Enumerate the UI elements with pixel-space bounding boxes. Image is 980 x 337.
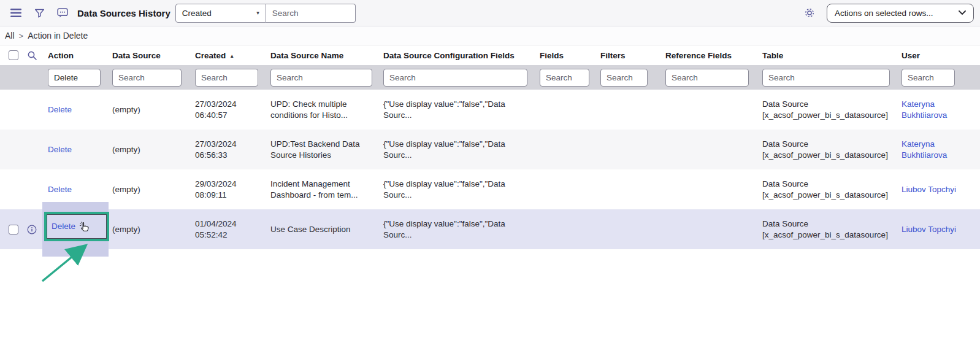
column-header-created[interactable]: Created▲ [195, 51, 270, 60]
action-cell: Delete [48, 130, 112, 169]
table-row: Delete(empty)27/03/2024 06:40:57UPD: Che… [0, 90, 980, 130]
name-cell: Incident Management Dashboard - from tem… [270, 169, 383, 209]
filter-input-filters[interactable] [600, 69, 648, 87]
name-cell: UPD:Test Backend Data Source Histories [270, 130, 383, 169]
action-cell-box: Delete [48, 144, 72, 155]
column-header-config[interactable]: Data Source Configuration Fields [383, 51, 540, 60]
fields-cell [540, 169, 600, 209]
breadcrumb: All > Action in Delete [0, 26, 980, 45]
action-cell-box: Delete [48, 104, 72, 115]
filter-input-user[interactable] [902, 69, 955, 87]
chevron-down-icon [959, 10, 966, 15]
reference-fields-cell [665, 130, 762, 169]
chevron-down-icon: ▾ [256, 10, 259, 16]
filter-input-config[interactable] [383, 69, 527, 87]
user-cell: Kateryna Bukhtiiarova [902, 90, 980, 130]
gear-icon[interactable] [802, 6, 817, 20]
sort-ascending-icon: ▲ [229, 53, 234, 59]
created-cell: 01/04/2024 05:52:42 [195, 209, 270, 249]
data-source-cell: (empty) [112, 90, 195, 130]
filters-cell [600, 209, 665, 249]
breadcrumb-separator: > [19, 31, 24, 41]
table-row: Delete(empty)27/03/2024 06:56:33UPD:Test… [0, 130, 980, 169]
column-header-reference_fields[interactable]: Reference Fields [665, 51, 762, 60]
filters-cell [600, 90, 665, 130]
select-all-checkbox[interactable] [9, 50, 18, 60]
column-header-action[interactable]: Action [48, 51, 112, 60]
page-title: Data Sources History [77, 8, 170, 18]
list-search-group: Created ▾ [175, 4, 356, 23]
row-checkbox[interactable] [9, 225, 18, 234]
table-cell: Data Source [x_acsof_power_bi_s_datasour… [762, 209, 902, 249]
data-source-cell: (empty) [112, 209, 195, 249]
name-cell: Use Case Description [270, 209, 383, 249]
reference-fields-cell [665, 209, 762, 249]
table-row: Delete(empty)01/04/2024 05:52:42Use Case… [0, 209, 980, 249]
config-cell: {"Use display value":"false","Data Sourc… [383, 209, 540, 249]
column-header-filters[interactable]: Filters [600, 51, 665, 60]
fields-cell [540, 209, 600, 249]
delete-action-link[interactable]: Delete [48, 104, 72, 115]
fields-cell [540, 130, 600, 169]
column-header-name[interactable]: Data Source Name [270, 51, 383, 60]
user-link[interactable]: Kateryna Bukhtiiarova [902, 139, 974, 161]
filter-input-fields[interactable] [540, 69, 589, 87]
created-cell: 27/03/2024 06:40:57 [195, 90, 270, 130]
filter-input-name[interactable] [270, 69, 372, 87]
reference-fields-cell [665, 90, 762, 130]
reference-fields-cell [665, 169, 762, 209]
highlighted-action-cell: Delete [44, 212, 109, 241]
filter-cells [48, 69, 980, 87]
breadcrumb-current-filter[interactable]: Action in Delete [28, 31, 88, 41]
search-icon[interactable] [26, 50, 37, 61]
actions-on-selected-rows-select[interactable]: Actions on selected rows... [827, 4, 974, 23]
user-cell: Kateryna Bukhtiiarova [902, 130, 980, 169]
data-source-cell: (empty) [112, 130, 195, 169]
filters-cell [600, 169, 665, 209]
config-cell: {"Use display value":"false","Data Sourc… [383, 169, 540, 209]
header-cells: ActionData SourceCreated▲Data Source Nam… [48, 51, 980, 60]
app-root: Data Sources History Created ▾ Actions o… [0, 0, 980, 337]
filters-cell [600, 130, 665, 169]
user-link[interactable]: Liubov Topchyi [902, 224, 956, 235]
action-cell: Delete [48, 209, 112, 249]
user-link[interactable]: Liubov Topchyi [902, 184, 956, 195]
data-source-cell: (empty) [112, 169, 195, 209]
filter-input-action[interactable] [48, 69, 101, 87]
hand-cursor-icon [78, 221, 90, 233]
delete-action-link[interactable]: Delete [52, 221, 75, 232]
table-row: Delete(empty)29/03/2024 08:09:11Incident… [0, 169, 980, 209]
column-header-data_source[interactable]: Data Source [112, 51, 195, 60]
action-cell-box: Delete [48, 184, 72, 195]
table-cell: Data Source [x_acsof_power_bi_s_datasour… [762, 90, 902, 130]
table-body: Delete(empty)27/03/2024 06:40:57UPD: Che… [0, 90, 980, 249]
search-column-select[interactable]: Created ▾ [175, 4, 266, 23]
filter-input-table[interactable] [762, 69, 890, 87]
column-header-fields[interactable]: Fields [540, 51, 600, 60]
hamburger-menu-icon[interactable] [9, 6, 23, 20]
header-gutter [0, 50, 48, 61]
delete-action-link[interactable]: Delete [48, 144, 72, 155]
column-header-user[interactable]: User [902, 51, 980, 60]
filter-input-reference_fields[interactable] [665, 69, 749, 87]
filter-input-data_source[interactable] [112, 69, 182, 87]
actions-select-label: Actions on selected rows... [835, 9, 933, 18]
config-cell: {"Use display value":"false","Data Sourc… [383, 90, 540, 130]
breadcrumb-all[interactable]: All [5, 31, 15, 41]
user-cell: Liubov Topchyi [902, 169, 980, 209]
user-link[interactable]: Kateryna Bukhtiiarova [902, 99, 974, 121]
filter-icon[interactable] [32, 6, 47, 20]
table-header-row: ActionData SourceCreated▲Data Source Nam… [0, 45, 980, 65]
chat-icon[interactable] [55, 6, 70, 20]
delete-action-link[interactable]: Delete [48, 184, 72, 195]
column-header-table[interactable]: Table [762, 51, 902, 60]
table-filter-row [0, 65, 980, 90]
table-cell: Data Source [x_acsof_power_bi_s_datasour… [762, 169, 902, 209]
config-cell: {"Use display value":"false","Data Sourc… [383, 130, 540, 169]
created-cell: 29/03/2024 08:09:11 [195, 169, 270, 209]
table-cell: Data Source [x_acsof_power_bi_s_datasour… [762, 130, 902, 169]
action-cell: Delete [48, 90, 112, 130]
list-search-input[interactable] [266, 4, 356, 23]
filter-input-created[interactable] [195, 69, 258, 87]
info-icon[interactable] [26, 224, 37, 234]
